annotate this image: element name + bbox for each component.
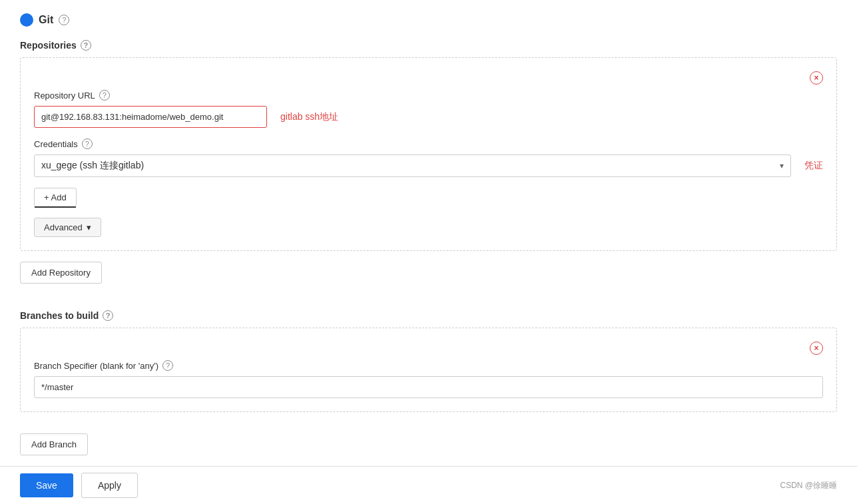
url-annotation: gitlab ssh地址: [280, 111, 338, 123]
branches-help-icon[interactable]: ?: [103, 310, 113, 321]
save-button[interactable]: Save: [20, 473, 73, 497]
repositories-help-icon[interactable]: ?: [81, 40, 91, 51]
repository-box: × Repository URL ? gitlab ssh地址 Credenti…: [20, 57, 837, 251]
git-title: Git: [39, 14, 53, 26]
branch-specifier-input[interactable]: [34, 376, 823, 398]
url-label-text: Repository URL: [34, 91, 95, 101]
specifier-field-label: Branch Specifier (blank for 'any') ?: [34, 360, 823, 371]
close-repo-button[interactable]: ×: [810, 71, 823, 85]
specifier-help-icon[interactable]: ?: [162, 360, 173, 371]
credentials-help-icon[interactable]: ?: [82, 138, 93, 149]
repositories-label: Repositories ?: [20, 40, 837, 51]
add-repository-button[interactable]: Add Repository: [20, 262, 102, 284]
branches-title: Branches to build: [20, 310, 99, 321]
git-header: Git ?: [20, 13, 837, 27]
branches-label-row: Branches to build ?: [20, 310, 837, 321]
advanced-button[interactable]: Advanced ▾: [34, 218, 101, 237]
url-field-label: Repository URL ?: [34, 90, 823, 101]
repositories-section: Repositories ? × Repository URL ? gitlab…: [20, 40, 837, 297]
credentials-right-value: xu_gege (ssh 连接gitlab): [41, 160, 144, 172]
credentials-field-label: Credentials ?: [34, 138, 823, 149]
credentials-annotation: 凭证: [804, 160, 823, 172]
credentials-section: Credentials ? xu_gege (ssh 连接gitlab) xu_…: [34, 138, 823, 177]
specifier-label-text: Branch Specifier (blank for 'any'): [34, 361, 158, 371]
footer-bar: Save Apply CSDN @徐睡睡: [0, 466, 857, 504]
repo-url-row: gitlab ssh地址: [34, 106, 823, 128]
add-credentials-button[interactable]: + Add: [34, 188, 77, 207]
repositories-title: Repositories: [20, 40, 77, 51]
credentials-row: xu_gege (ssh 连接gitlab) xu_gege (ssh 连接gi…: [34, 154, 823, 177]
add-branch-button[interactable]: Add Branch: [20, 433, 88, 455]
url-help-icon[interactable]: ?: [99, 90, 110, 101]
branches-section: Branches to build ? × Branch Specifier (…: [20, 310, 837, 455]
credentials-dropdown-right[interactable]: xu_gege (ssh 连接gitlab) ▾: [34, 154, 791, 177]
credentials-full-select[interactable]: xu_gege (ssh 连接gitlab) ▾: [34, 154, 791, 177]
footer-watermark: CSDN @徐睡睡: [780, 480, 837, 491]
close-branch-button[interactable]: ×: [810, 342, 823, 355]
git-dot: [20, 13, 33, 27]
advanced-arrow-icon: ▾: [87, 222, 91, 232]
close-row: ×: [34, 71, 823, 85]
repo-url-input[interactable]: [34, 106, 267, 128]
branch-close-row: ×: [34, 342, 823, 355]
credentials-label-text: Credentials: [34, 139, 78, 149]
git-help-icon[interactable]: ?: [59, 15, 69, 25]
apply-button[interactable]: Apply: [81, 473, 138, 498]
dropdown-arrow-icon: ▾: [780, 161, 784, 170]
branch-box: × Branch Specifier (blank for 'any') ?: [20, 328, 837, 412]
advanced-label: Advanced: [44, 222, 83, 232]
